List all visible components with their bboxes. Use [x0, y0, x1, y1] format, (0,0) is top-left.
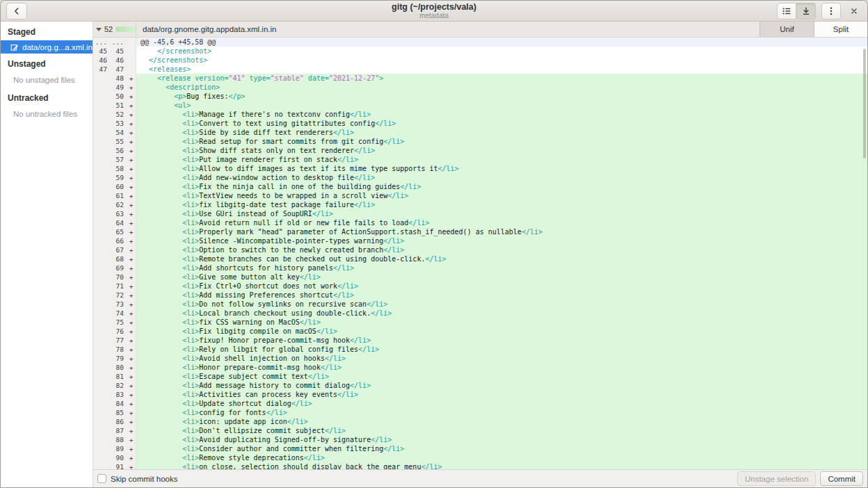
diff-pane: 52 data/org.gnome.gitg.appdata.xml.in.in… — [93, 22, 867, 487]
diff-line[interactable]: 67+ <li>Option to switch to the newly cr… — [93, 245, 867, 254]
close-x-icon — [850, 7, 858, 15]
diff-line[interactable]: 85+ <li>config for fonts</li> — [93, 408, 867, 417]
diff-line[interactable]: 80+ <li>Honor prepare-commit-msg hook</l… — [93, 363, 867, 372]
old-line-number — [93, 182, 110, 191]
diff-line[interactable]: 84+ <li>Update shortcut dialog</li> — [93, 399, 867, 408]
diff-line-code: </screenshot> — [136, 47, 867, 56]
diff-line[interactable]: 62+ <li>fix libgitg-date test package fa… — [93, 200, 867, 209]
triangle-down-icon[interactable] — [96, 28, 102, 31]
diff-line-code: <li>Don't ellipsize commit subject</li> — [136, 426, 867, 435]
diff-sign: + — [127, 83, 136, 92]
new-line-number: 72 — [110, 291, 127, 300]
diff-sign: + — [127, 74, 136, 83]
diff-line[interactable]: 71+ <li>Fix Ctrl+O shortcut does not wor… — [93, 282, 867, 291]
diff-line[interactable]: 89+ <li>Consider author and committer wh… — [93, 444, 867, 453]
diff-line[interactable]: 59+ <li>Add new-window action to desktop… — [93, 173, 867, 182]
diff-line[interactable]: 77+ <li>fixup! Honor prepare-commit-msg … — [93, 336, 867, 345]
diff-sign — [127, 47, 136, 56]
diff-line[interactable]: 4747 <releases> — [93, 65, 867, 74]
diff-line[interactable]: 58+ <li>Allow to diff images as text if … — [93, 164, 867, 173]
chevron-left-icon — [12, 6, 22, 16]
unstage-selection-button[interactable]: Unstage selection — [737, 471, 816, 486]
diff-line[interactable]: 76+ <li>Fix libgitg compile on macOS</li… — [93, 327, 867, 336]
sidebar-item-staged-file[interactable]: data/org.g...a.xml.in.in — [1, 40, 93, 54]
new-line-number: 56 — [110, 146, 127, 155]
diff-line[interactable]: 4646 </screenshots> — [93, 56, 867, 65]
diff-line[interactable]: 54+ <li>Side by side diff text renderers… — [93, 128, 867, 137]
commit-button[interactable]: Commit — [820, 471, 863, 486]
new-line-number: 79 — [110, 354, 127, 363]
diff-line[interactable]: 48+ <release version="41" type="stable" … — [93, 74, 867, 83]
diff-line[interactable]: 70+ <li>Give some button alt key</li> — [93, 273, 867, 282]
diff-line[interactable]: 75+ <li>fix CSS warning on MacOS</li> — [93, 318, 867, 327]
diff-line[interactable]: 82+ <li>Add message history to commit di… — [93, 381, 867, 390]
skip-hooks-checkbox[interactable] — [97, 474, 106, 483]
back-button[interactable] — [6, 3, 27, 19]
old-line-number — [93, 200, 110, 209]
diff-line[interactable]: 73+ <li>Do not follow symlinks on recurs… — [93, 300, 867, 309]
diff-line[interactable]: 79+ <li>Avoid shell injection on hooks</… — [93, 354, 867, 363]
diff-sign: + — [127, 119, 136, 128]
new-line-number: 59 — [110, 173, 127, 182]
list-view-button[interactable] — [777, 3, 796, 19]
diff-line[interactable]: 57+ <li>Put image renderer first on stac… — [93, 155, 867, 164]
diff-line[interactable]: 55+ <li>Read setup for smart commits fro… — [93, 137, 867, 146]
diff-line[interactable]: 49+ <description> — [93, 83, 867, 92]
new-line-number: 75 — [110, 318, 127, 327]
new-line-number: 53 — [110, 119, 127, 128]
diff-line[interactable]: 66+ <li>Silence -Wincompatible-pointer-t… — [93, 236, 867, 245]
diff-sign: + — [127, 146, 136, 155]
diff-line[interactable]: 63+ <li>Use GUri instead of SoupURI</li> — [93, 209, 867, 218]
diff-line[interactable]: 88+ <li>Avoid duplicating Signed-off-by … — [93, 435, 867, 444]
diff-line[interactable]: 68+ <li>Remote branches can be checked o… — [93, 254, 867, 263]
diff-line-code: <li>Use GUri instead of SoupURI</li> — [136, 209, 867, 218]
menu-button[interactable] — [821, 3, 841, 19]
vertical-scrollbar-thumb[interactable] — [863, 49, 866, 158]
diff-file-header: 52 data/org.gnome.gitg.appdata.xml.in.in… — [93, 22, 867, 38]
split-view-button[interactable]: Split — [814, 22, 867, 37]
old-line-number: ... — [93, 38, 110, 47]
new-line-number: 85 — [110, 408, 127, 417]
diff-line[interactable]: 91+ <li>on close, selection should displ… — [93, 462, 867, 469]
diff-line[interactable]: 81+ <li>Escape subject commit text</li> — [93, 372, 867, 381]
diff-line[interactable]: 86+ <li>icon: update app icon</li> — [93, 417, 867, 426]
diff-sign: + — [127, 309, 136, 318]
diff-line[interactable]: 51+ <ul> — [93, 101, 867, 110]
diff-line-code: <li>Consider author and committer when f… — [136, 444, 867, 453]
new-line-number: 86 — [110, 417, 127, 426]
window-close-button[interactable] — [845, 3, 863, 19]
diff-sign: + — [127, 381, 136, 390]
untracked-empty-label: No untracked files — [1, 106, 93, 122]
diff-view-button[interactable] — [796, 3, 816, 19]
diff-line[interactable]: 56+ <li>Show diff stats only on text ren… — [93, 146, 867, 155]
diff-line[interactable]: ......@@ -45,6 +45,58 @@ — [93, 38, 867, 47]
diff-line[interactable]: 90+ <li>Remove style deprecations</li> — [93, 453, 867, 462]
old-line-number — [93, 227, 110, 236]
diff-line[interactable]: 72+ <li>Add missing Preferences shortcut… — [93, 291, 867, 300]
diff-line[interactable]: 50+ <p>Bug fixes:</p> — [93, 92, 867, 101]
diff-sign: + — [127, 399, 136, 408]
diff-line[interactable]: 78+ <li>Rely on libgit for global config… — [93, 345, 867, 354]
diff-line[interactable]: 61+ <li>TextView needs to be wrapped in … — [93, 191, 867, 200]
new-line-number: 57 — [110, 155, 127, 164]
diff-line[interactable]: 53+ <li>Convert to text using gitattribu… — [93, 119, 867, 128]
old-line-number — [93, 417, 110, 426]
diff-line[interactable]: 60+ <li>Fix the ninja call in one of the… — [93, 182, 867, 191]
new-line-number: 81 — [110, 372, 127, 381]
diffstat: 52 — [93, 22, 136, 37]
diff-line-code: <li>Read setup for smart commits from gi… — [136, 137, 867, 146]
diff-line[interactable]: 87+ <li>Don't ellipsize commit subject</… — [93, 426, 867, 435]
diff-sign: + — [127, 254, 136, 263]
diff-line[interactable]: 69+ <li>Add shortcuts for history panels… — [93, 263, 867, 273]
diff-line[interactable]: 65+ <li>Properly mark "head" parameter o… — [93, 227, 867, 236]
new-line-number: 91 — [110, 462, 127, 469]
diff-line[interactable]: 83+ <li>Activities can process key event… — [93, 390, 867, 399]
diff-line[interactable]: 52+ <li>Manage if there's no textconv co… — [93, 110, 867, 119]
new-line-number: 84 — [110, 399, 127, 408]
unified-view-button[interactable]: Unif — [760, 22, 814, 37]
diff-line[interactable]: 4545 </screenshot> — [93, 47, 867, 56]
diff-line[interactable]: 64+ <li>Avoid return null if old or new … — [93, 218, 867, 227]
diff-line[interactable]: 74+ <li>Local branch checkout using doub… — [93, 309, 867, 318]
vertical-dots-menu-icon — [826, 6, 836, 16]
diff-sign: + — [127, 363, 136, 372]
